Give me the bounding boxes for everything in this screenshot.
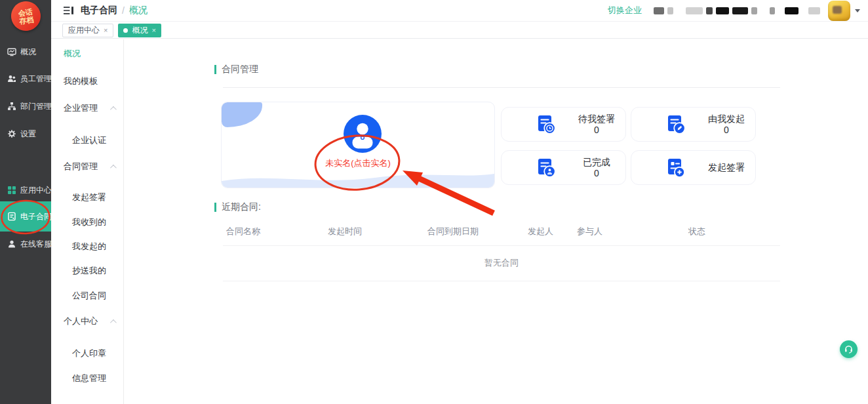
sidebar-item-label: 设置 [20, 129, 36, 140]
overview-icon [7, 47, 16, 56]
section-title-contract-mgmt: 合同管理 [214, 64, 258, 75]
subnav-cc-me[interactable]: 抄送我的 [72, 265, 106, 277]
subnav-company-mgmt[interactable]: 企业管理 [64, 102, 115, 114]
subnav-company-verify[interactable]: 企业认证 [72, 134, 106, 146]
tab-label: 概况 [132, 25, 148, 36]
card-count: 0 [576, 168, 617, 179]
col-status: 状态 [688, 226, 780, 237]
col-participants: 参与人 [577, 226, 688, 237]
title-accent-bar [214, 65, 216, 74]
sidebar-item-label: 电子合同 [20, 211, 52, 222]
headset-icon [844, 344, 854, 354]
empty-state-text: 暂无合同 [223, 246, 780, 281]
col-initiator: 发起人 [528, 226, 577, 237]
app-logo[interactable]: 会话 存档 [9, 0, 43, 33]
avatar-face [833, 6, 842, 14]
doc-stamp-icon [534, 157, 557, 179]
main-sidebar: 会话 存档 概况 员工管理 部门管理 设置 [0, 0, 51, 404]
realname-card: 未实名(点击实名) [221, 102, 495, 188]
sidebar-item-settings[interactable]: 设置 [0, 128, 51, 140]
tab-label: 应用中心 [68, 25, 100, 36]
card-count: 0 [706, 125, 747, 136]
card-label: 由我发起 [706, 113, 747, 125]
col-start-time: 发起时间 [328, 226, 427, 237]
doc-edit-icon [664, 113, 686, 136]
customer-service-fab[interactable] [840, 340, 858, 358]
tab-close-icon[interactable]: × [151, 26, 155, 34]
person-avatar-icon [344, 115, 382, 153]
recent-contracts-table: 合同名称 发起时间 合同到期日期 发起人 参与人 状态 暂无合同 [223, 226, 780, 281]
stat-cards: 待我签署 0 由我发起 0 [501, 107, 757, 185]
subnav-start-sign[interactable]: 发起签署 [72, 192, 106, 203]
card-label: 待我签署 [576, 113, 617, 125]
subnav-personal-center[interactable]: 个人中心 [64, 315, 115, 327]
collapse-menu-icon[interactable] [63, 6, 74, 15]
section-title-recent-contracts: 近期合同: [214, 201, 261, 213]
card-label: 已完成 [576, 157, 617, 168]
subnav-initiated[interactable]: 我发起的 [72, 241, 106, 253]
doc-clock-icon [534, 113, 557, 136]
breadcrumb-parent[interactable]: 电子合同 [81, 5, 117, 16]
sidebar-item-label: 在线客服 [20, 239, 52, 250]
decor-blob [222, 102, 262, 127]
tab-close-icon[interactable]: × [104, 26, 108, 34]
breadcrumb: 电子合同 / 概况 [81, 5, 148, 16]
realname-avatar[interactable] [344, 115, 382, 153]
card-start-signing[interactable]: 发起签署 [631, 150, 756, 185]
user-avatar[interactable] [828, 1, 850, 21]
sidebar-item-employees[interactable]: 员工管理 [0, 73, 51, 85]
departments-icon [7, 102, 16, 111]
card-awaiting-my-sign[interactable]: 待我签署 0 [501, 107, 626, 142]
person-icon [7, 239, 16, 249]
table-header-row: 合同名称 发起时间 合同到期日期 发起人 参与人 状态 [223, 226, 780, 246]
subnav-personal-seal[interactable]: 个人印章 [72, 348, 106, 359]
section-title-text: 近期合同: [222, 201, 261, 213]
sidebar-item-label: 员工管理 [20, 73, 52, 85]
tab-overview-active[interactable]: 概况 × [118, 24, 161, 37]
sidebar-item-departments[interactable]: 部门管理 [0, 100, 51, 112]
sidebar-item-e-contract[interactable]: 电子合同 [0, 201, 51, 232]
breadcrumb-separator: / [122, 5, 125, 16]
sidebar-item-label: 应用中心 [20, 185, 52, 196]
redacted-user-info [654, 7, 820, 14]
chevron-up-icon [110, 106, 117, 112]
subnav-received[interactable]: 我收到的 [72, 216, 106, 228]
sub-sidebar: 概况 我的模板 企业管理 企业认证 合同管理 发起签署 我收到的 我发起的 抄送… [51, 39, 124, 404]
subnav-my-templates[interactable]: 我的模板 [64, 75, 98, 87]
main-content: 合同管理 未实名(点击实名) [124, 39, 868, 404]
chevron-up-icon [110, 319, 117, 325]
doc-plus-icon [664, 157, 686, 179]
logo-line2: 存档 [19, 15, 34, 25]
breadcrumb-current: 概况 [129, 5, 148, 16]
sidebar-item-overview[interactable]: 概况 [0, 46, 51, 58]
card-count: 0 [576, 125, 617, 136]
col-contract-name: 合同名称 [226, 226, 328, 237]
card-initiated-by-me[interactable]: 由我发起 0 [631, 107, 756, 142]
chevron-down-icon[interactable] [855, 9, 860, 12]
subnav-company-contracts[interactable]: 公司合同 [72, 290, 106, 302]
gear-icon [7, 129, 16, 138]
decor-wave [222, 168, 494, 188]
app-grid-icon [7, 186, 16, 195]
switch-company-link[interactable]: 切换企业 [608, 5, 642, 16]
topbar: 电子合同 / 概况 切换企业 [51, 0, 868, 22]
sidebar-item-app-center[interactable]: 应用中心 [0, 184, 51, 196]
realname-status-link[interactable]: 未实名(点击实名) [222, 157, 494, 169]
subnav-overview[interactable]: 概况 [64, 48, 81, 60]
col-expiry-date: 合同到期日期 [427, 226, 528, 237]
app-root: 会话 存档 概况 员工管理 部门管理 设置 [0, 0, 868, 404]
tab-app-center[interactable]: 应用中心 × [62, 24, 113, 37]
active-dot [123, 28, 128, 33]
sidebar-item-label: 部门管理 [20, 101, 52, 112]
section-title-text: 合同管理 [222, 64, 258, 75]
contract-doc-icon [7, 212, 16, 221]
topbar-right: 切换企业 [608, 1, 868, 21]
sidebar-item-online-service[interactable]: 在线客服 [0, 238, 51, 250]
title-accent-bar [214, 203, 216, 212]
sidebar-item-label: 概况 [20, 47, 36, 58]
tabbar: 应用中心 × 概况 × [51, 22, 868, 39]
employees-icon [7, 74, 16, 83]
subnav-info-mgmt[interactable]: 信息管理 [72, 373, 106, 384]
subnav-contract-mgmt[interactable]: 合同管理 [64, 161, 115, 172]
card-completed[interactable]: 已完成 0 [501, 150, 626, 185]
